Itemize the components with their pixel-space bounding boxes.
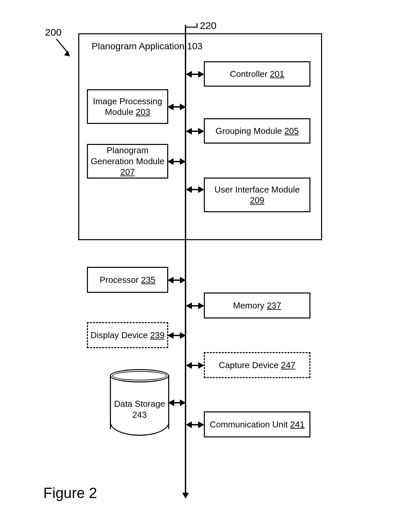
- controller-arrow-left: [186, 71, 192, 78]
- processor-arrow-right: [180, 277, 186, 283]
- display-conn: [173, 335, 181, 336]
- processor-label: Processor: [100, 275, 139, 285]
- data-storage-num: 243: [132, 410, 147, 420]
- improc-arrow-right: [180, 104, 186, 110]
- improc-conn: [173, 106, 181, 108]
- comm-arrow-right: [198, 421, 204, 428]
- ref-220-lead-h: [186, 27, 197, 28]
- controller-box: Controller 201: [204, 61, 310, 87]
- processor-arrow-left: [168, 277, 174, 283]
- capture-device-label: Capture Device: [219, 360, 278, 370]
- plangen-arrow-right: [180, 158, 186, 165]
- planogram-application-num: 103: [187, 41, 203, 51]
- plangen-arrow-left: [168, 158, 174, 165]
- memory-box: Memory 237: [204, 292, 310, 318]
- ref-220-lead-v: [197, 23, 198, 28]
- storage-arrow-right: [180, 399, 186, 406]
- display-arrow-left: [168, 332, 174, 339]
- bus-arrow-down: [182, 493, 189, 499]
- communication-unit-box: Communication Unit 241: [204, 411, 310, 437]
- comm-arrow-left: [186, 421, 192, 428]
- processor-conn: [173, 279, 181, 281]
- planogram-generation-box: Planogram Generation Module 207: [87, 144, 168, 179]
- capture-arrow-right: [198, 362, 204, 369]
- memory-num: 237: [267, 300, 281, 310]
- ref-200: 200: [45, 27, 62, 38]
- communication-unit-label: Communication Unit: [210, 419, 288, 429]
- planogram-generation-label: Planogram Generation Module: [91, 145, 164, 166]
- display-device-num: 239: [150, 330, 165, 340]
- storage-arrow-left: [168, 399, 174, 406]
- memory-label: Memory: [233, 300, 264, 310]
- uimod-arrow-left: [186, 186, 192, 193]
- display-device-box: Display Device 239: [87, 322, 168, 348]
- ref-200-arrowhead: [64, 51, 72, 59]
- memory-arrow-left: [186, 302, 192, 309]
- display-arrow-right: [180, 332, 186, 339]
- capture-device-num: 247: [281, 360, 295, 370]
- grouping-label: Grouping Module: [215, 126, 282, 136]
- ref-220: 220: [200, 20, 216, 31]
- capture-arrow-left: [186, 362, 192, 369]
- plangen-conn: [173, 161, 181, 162]
- processor-num: 235: [141, 275, 155, 285]
- grouping-box: Grouping Module 205: [204, 118, 310, 144]
- memory-arrow-right: [198, 302, 204, 309]
- display-device-label: Display Device: [91, 330, 148, 340]
- controller-num: 201: [270, 69, 284, 79]
- grouping-arrow-left: [186, 128, 192, 135]
- capture-device-box: Capture Device 247: [204, 352, 310, 378]
- ui-module-label: User Interface Module: [214, 185, 300, 195]
- ui-module-num: 209: [250, 195, 264, 205]
- image-processing-box: Image Processing Module 203: [87, 89, 168, 124]
- figure-caption: Figure 2: [43, 485, 97, 501]
- controller-arrow-right: [198, 71, 204, 78]
- diagram-stage: 200 220 Planogram Application 103 Contro…: [0, 0, 413, 532]
- planogram-application-label: Planogram Application: [92, 41, 185, 51]
- processor-box: Processor 235: [87, 267, 168, 293]
- data-storage-cylinder: Data Storage 243: [110, 369, 169, 436]
- planogram-generation-num: 207: [120, 167, 135, 177]
- communication-unit-num: 241: [290, 419, 304, 429]
- grouping-arrow-right: [198, 128, 204, 135]
- improc-arrow-left: [168, 104, 174, 110]
- storage-conn: [173, 402, 181, 403]
- uimod-arrow-right: [198, 186, 204, 193]
- image-processing-label: Image Processing Module: [93, 96, 162, 117]
- data-storage-label: Data Storage: [114, 399, 165, 409]
- image-processing-num: 203: [136, 107, 150, 117]
- grouping-num: 205: [284, 126, 299, 136]
- ui-module-box: User Interface Module209: [204, 178, 310, 212]
- controller-label: Controller: [230, 69, 267, 79]
- planogram-application-title: Planogram Application 103: [92, 41, 203, 52]
